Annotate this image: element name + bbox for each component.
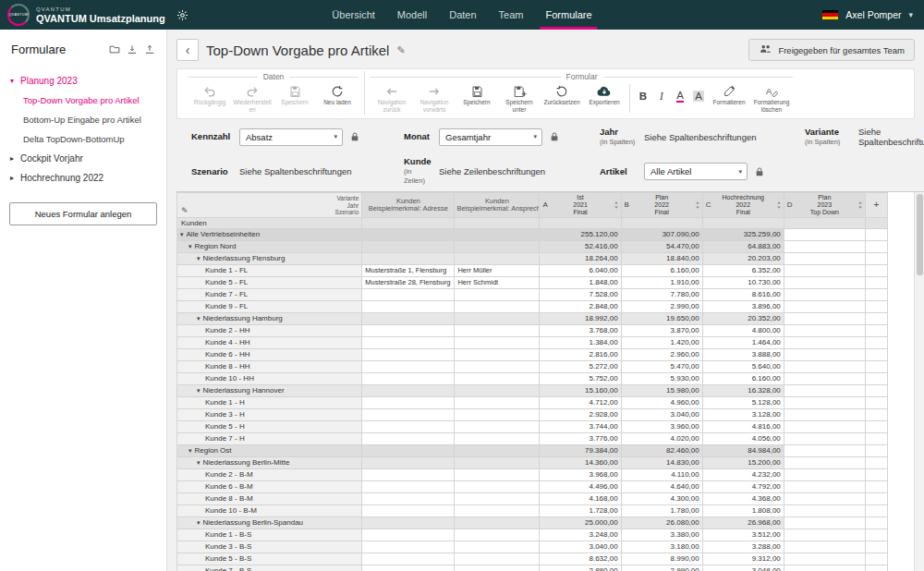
toolbar-button-speichern[interactable]: Speichern xyxy=(456,82,498,108)
cell-ansprechpartner[interactable] xyxy=(455,433,540,445)
row-label[interactable]: Kunde 10 - HH xyxy=(177,373,362,385)
sidebar-folder-hochrechnung-2022[interactable]: ▸Hochrechnung 2022 xyxy=(0,168,166,188)
cell-d[interactable] xyxy=(784,277,865,289)
cell-ansprechpartner[interactable] xyxy=(455,541,540,553)
row-label[interactable]: ▾Region Nord xyxy=(177,241,362,253)
row-label[interactable]: ▾Niederlassung Hannover xyxy=(177,385,362,397)
row-label[interactable]: Kunde 1 - B-S xyxy=(177,529,362,541)
sort-icon[interactable] xyxy=(695,200,700,210)
toolbar-button-formatierung-löschen[interactable]: AFormatierung löschen xyxy=(750,82,793,115)
cell-d[interactable] xyxy=(784,349,865,361)
cell-adresse[interactable] xyxy=(362,289,455,301)
cell-ansprechpartner[interactable] xyxy=(455,397,540,409)
cell-ansprechpartner[interactable] xyxy=(455,361,540,373)
cell-d[interactable] xyxy=(784,553,865,565)
row-label[interactable]: Kunde 8 - B-M xyxy=(177,493,362,505)
cell-d[interactable] xyxy=(784,493,865,505)
cell-d[interactable] xyxy=(784,373,865,385)
cell-d[interactable] xyxy=(784,325,865,337)
toolbar-button-rückgängig[interactable]: Rückgängig xyxy=(188,82,231,108)
cell-ansprechpartner[interactable] xyxy=(455,289,540,301)
chevron-down-icon[interactable]: ▾ xyxy=(197,459,201,466)
cell-adresse[interactable] xyxy=(362,361,455,373)
cell-ansprechpartner[interactable] xyxy=(455,409,540,421)
toolbar-button-wiederherstellen[interactable]: Wiederherstellen xyxy=(231,82,274,115)
cell-adresse[interactable]: Musterstraße 1, Flensburg xyxy=(362,265,455,277)
cell-adresse[interactable] xyxy=(362,433,455,445)
cell-d[interactable] xyxy=(784,385,865,397)
cell-adresse[interactable] xyxy=(362,337,455,349)
cell-d[interactable] xyxy=(784,289,865,301)
cell-ansprechpartner[interactable]: Herr Müller xyxy=(455,265,540,277)
chevron-down-icon[interactable]: ▾ xyxy=(188,243,192,249)
row-label[interactable]: Kunde 2 - HH xyxy=(177,325,362,337)
cell-d[interactable] xyxy=(784,433,865,445)
cell-d[interactable] xyxy=(784,397,865,409)
nav-team[interactable]: Team xyxy=(488,0,535,30)
value-column-header-a[interactable]: AIst2021Final xyxy=(540,193,621,218)
cell-adresse[interactable] xyxy=(362,349,455,361)
toolbar-button-neu-laden[interactable]: Neu laden xyxy=(316,82,359,108)
cell-d[interactable] xyxy=(784,505,865,517)
dimension-label[interactable]: Kunden xyxy=(177,218,362,229)
row-label[interactable]: Kunde 6 - B-M xyxy=(177,481,362,493)
cell-d[interactable] xyxy=(784,265,865,277)
row-label[interactable]: ▾Niederlassung Berlin-Mitte xyxy=(177,457,362,469)
language-flag-germany-icon[interactable] xyxy=(822,10,838,19)
filter-select-kennzahl[interactable]: Absatz▾ xyxy=(239,128,343,146)
cell-d[interactable] xyxy=(784,253,865,265)
nav-modell[interactable]: Modell xyxy=(386,0,438,30)
row-label[interactable]: Kunde 3 - H xyxy=(177,409,362,421)
cell-adresse[interactable] xyxy=(362,541,455,553)
user-name[interactable]: Axel Pomper xyxy=(845,9,901,20)
row-label[interactable]: Kunde 1 - FL xyxy=(177,265,362,277)
cell-ansprechpartner[interactable] xyxy=(455,493,540,505)
cell-ansprechpartner[interactable] xyxy=(455,505,540,517)
sort-icon[interactable] xyxy=(614,200,619,210)
back-button[interactable]: ‹ xyxy=(176,39,199,61)
nav-übersicht[interactable]: Übersicht xyxy=(321,0,385,30)
row-label[interactable]: Kunde 8 - HH xyxy=(177,361,362,373)
row-label[interactable]: Kunde 7 - H xyxy=(177,433,362,445)
cell-d[interactable] xyxy=(784,445,865,457)
sort-icon[interactable] xyxy=(857,200,863,210)
toolbar-button-exportieren[interactable]: Exportieren xyxy=(583,82,626,108)
chevron-down-icon[interactable]: ▾ xyxy=(197,315,201,322)
row-label[interactable]: ▾Niederlassung Berlin-Spandau xyxy=(177,517,362,529)
cell-ansprechpartner[interactable] xyxy=(455,301,540,313)
row-label[interactable]: Kunde 3 - B-S xyxy=(177,541,362,553)
row-label[interactable]: ▾Niederlassung Flensburg xyxy=(177,253,362,265)
cell-d[interactable] xyxy=(784,361,865,373)
row-label[interactable]: ▾Alle Vertriebseinheiten xyxy=(177,229,362,241)
attr-column-header-beispielmerkmal-adresse[interactable]: KundenBeispielmerkmal: Adresse xyxy=(362,193,455,218)
cell-d[interactable] xyxy=(784,529,865,541)
cell-adresse[interactable] xyxy=(362,493,455,505)
chevron-down-icon[interactable]: ▾ xyxy=(180,231,184,237)
chevron-down-icon[interactable]: ▾ xyxy=(197,255,201,261)
cell-ansprechpartner[interactable]: Herr Schmidt xyxy=(455,277,540,289)
format-fill-color-button[interactable]: A xyxy=(689,85,708,107)
sidebar-item-top-down-vorgabe-pro-artikel[interactable]: Top-Down Vorgabe pro Artikel xyxy=(0,91,166,110)
cell-d[interactable] xyxy=(784,541,865,553)
new-folder-icon[interactable] xyxy=(109,44,120,55)
cell-d[interactable] xyxy=(784,241,865,253)
row-label[interactable]: Kunde 10 - B-M xyxy=(177,505,362,517)
format-font-color-button[interactable]: A xyxy=(671,85,689,107)
cell-d[interactable] xyxy=(784,421,865,433)
row-label[interactable]: Kunde 2 - B-M xyxy=(177,469,362,481)
cell-ansprechpartner[interactable] xyxy=(455,481,540,493)
cell-d[interactable] xyxy=(784,301,865,313)
chevron-down-icon[interactable]: ▾ xyxy=(197,519,201,526)
cell-adresse[interactable] xyxy=(362,469,455,481)
sidebar-folder-cockpit-vorjahr[interactable]: ▸Cockpit Vorjahr xyxy=(0,149,166,168)
chevron-down-icon[interactable]: ▾ xyxy=(188,447,192,454)
chevron-down-icon[interactable]: ▾ xyxy=(197,387,201,394)
import-icon[interactable] xyxy=(127,44,138,55)
cell-d[interactable] xyxy=(784,229,865,241)
cell-adresse[interactable] xyxy=(362,421,455,433)
row-label[interactable]: Kunde 5 - B-S xyxy=(177,553,362,565)
cell-adresse[interactable] xyxy=(362,505,455,517)
export-icon[interactable] xyxy=(144,44,155,55)
settings-gear-icon[interactable] xyxy=(176,9,188,21)
cell-ansprechpartner[interactable] xyxy=(455,553,540,565)
